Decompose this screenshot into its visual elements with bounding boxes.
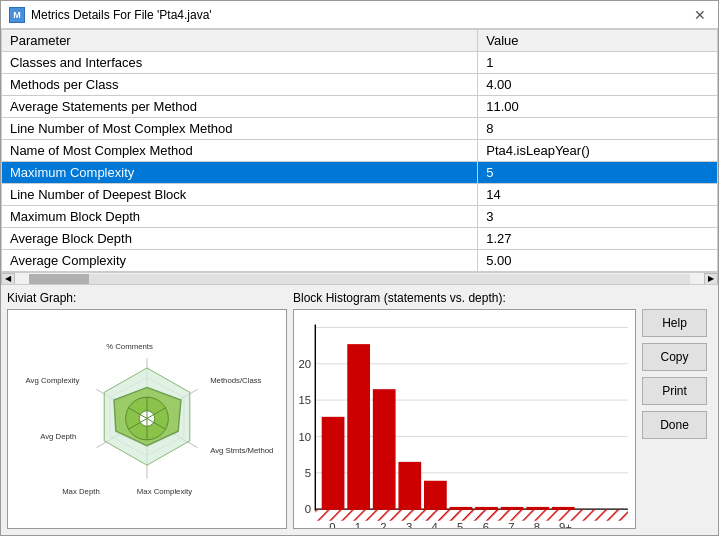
svg-text:Avg Stmts/Method: Avg Stmts/Method [210,446,273,455]
scroll-track[interactable] [29,274,690,284]
svg-text:3: 3 [406,521,412,528]
svg-text:0: 0 [305,503,311,515]
bottom-panel: Kiviat Graph: [1,285,718,535]
svg-text:9+: 9+ [559,521,572,528]
scroll-thumb[interactable] [29,274,89,284]
value-cell: 5.00 [478,250,718,272]
table-row[interactable]: Average Complexity5.00 [2,250,718,272]
content-area: Parameter Value Classes and Interfaces1M… [1,29,718,535]
value-cell: 1 [478,52,718,74]
svg-text:8: 8 [534,521,540,528]
param-cell: Average Complexity [2,250,478,272]
table-row[interactable]: Methods per Class4.00 [2,74,718,96]
histogram-label: Block Histogram (statements vs. depth): [293,291,636,305]
table-row[interactable]: Maximum Block Depth3 [2,206,718,228]
metrics-table-container: Parameter Value Classes and Interfaces1M… [1,29,718,285]
window-icon: M [9,7,25,23]
svg-rect-43 [501,508,522,509]
svg-text:Avg Depth: Avg Depth [40,432,76,441]
value-cell: 11.00 [478,96,718,118]
svg-text:1: 1 [355,521,361,528]
histogram-section: Block Histogram (statements vs. depth): … [293,291,636,529]
table-row[interactable]: Name of Most Complex MethodPta4.isLeapYe… [2,140,718,162]
histogram-graph: 0 5 10 15 20 [293,309,636,529]
svg-rect-37 [348,345,369,509]
param-cell: Maximum Complexity [2,162,478,184]
svg-rect-39 [399,463,420,510]
value-cell: Pta4.isLeapYear() [478,140,718,162]
value-cell: 5 [478,162,718,184]
svg-text:Avg Complexity: Avg Complexity [26,376,80,385]
svg-text:20: 20 [298,358,311,370]
svg-text:Methods/Class: Methods/Class [210,376,261,385]
svg-rect-40 [425,481,446,509]
done-button[interactable]: Done [642,411,707,439]
param-cell: Line Number of Most Complex Method [2,118,478,140]
kiviat-graph: % Comments Methods/Class Avg Stmts/Metho… [7,309,287,529]
svg-text:Max Complexity: Max Complexity [137,487,192,496]
close-button[interactable]: ✕ [690,5,710,25]
param-cell: Maximum Block Depth [2,206,478,228]
title-bar: M Metrics Details For File 'Pta4.java' ✕ [1,1,718,29]
metrics-table: Parameter Value Classes and Interfaces1M… [1,29,718,272]
svg-text:0: 0 [329,521,335,528]
table-row[interactable]: Average Statements per Method11.00 [2,96,718,118]
table-row[interactable]: Average Block Depth1.27 [2,228,718,250]
value-cell: 4.00 [478,74,718,96]
param-cell: Name of Most Complex Method [2,140,478,162]
buttons-section: Help Copy Print Done [642,291,712,529]
print-button[interactable]: Print [642,377,707,405]
param-cell: Classes and Interfaces [2,52,478,74]
value-cell: 3 [478,206,718,228]
svg-text:Max Depth: Max Depth [62,487,100,496]
value-cell: 8 [478,118,718,140]
svg-text:5: 5 [305,467,311,479]
svg-rect-41 [450,508,471,509]
svg-text:15: 15 [298,394,311,406]
table-row[interactable]: Classes and Interfaces1 [2,52,718,74]
param-cell: Line Number of Deepest Block [2,184,478,206]
svg-rect-44 [527,508,548,509]
kiviat-label: Kiviat Graph: [7,291,287,305]
horizontal-scrollbar[interactable]: ◀ ▶ [1,272,718,284]
table-row[interactable]: Line Number of Deepest Block14 [2,184,718,206]
help-button[interactable]: Help [642,309,707,337]
svg-text:2: 2 [380,521,386,528]
svg-text:10: 10 [298,431,311,443]
title-bar-left: M Metrics Details For File 'Pta4.java' [9,7,212,23]
table-row[interactable]: Line Number of Most Complex Method8 [2,118,718,140]
param-cell: Methods per Class [2,74,478,96]
col-header-parameter: Parameter [2,30,478,52]
svg-text:% Comments: % Comments [106,342,153,351]
value-cell: 1.27 [478,228,718,250]
kiviat-section: Kiviat Graph: [7,291,287,529]
svg-rect-38 [374,390,395,509]
main-window: M Metrics Details For File 'Pta4.java' ✕… [0,0,719,536]
histogram-svg: 0 5 10 15 20 [294,310,635,528]
svg-text:4: 4 [432,521,439,528]
svg-rect-45 [553,508,574,509]
svg-rect-47 [315,509,628,521]
copy-button[interactable]: Copy [642,343,707,371]
param-cell: Average Block Depth [2,228,478,250]
value-cell: 14 [478,184,718,206]
svg-text:5: 5 [457,521,463,528]
svg-text:6: 6 [483,521,489,528]
svg-rect-36 [322,418,343,510]
scroll-left-arrow[interactable]: ◀ [1,273,15,285]
svg-rect-42 [476,508,497,509]
svg-text:7: 7 [508,521,514,528]
col-header-value: Value [478,30,718,52]
scroll-right-arrow[interactable]: ▶ [704,273,718,285]
window-title: Metrics Details For File 'Pta4.java' [31,8,212,22]
kiviat-svg: % Comments Methods/Class Avg Stmts/Metho… [17,334,277,504]
param-cell: Average Statements per Method [2,96,478,118]
table-row[interactable]: Maximum Complexity5 [2,162,718,184]
